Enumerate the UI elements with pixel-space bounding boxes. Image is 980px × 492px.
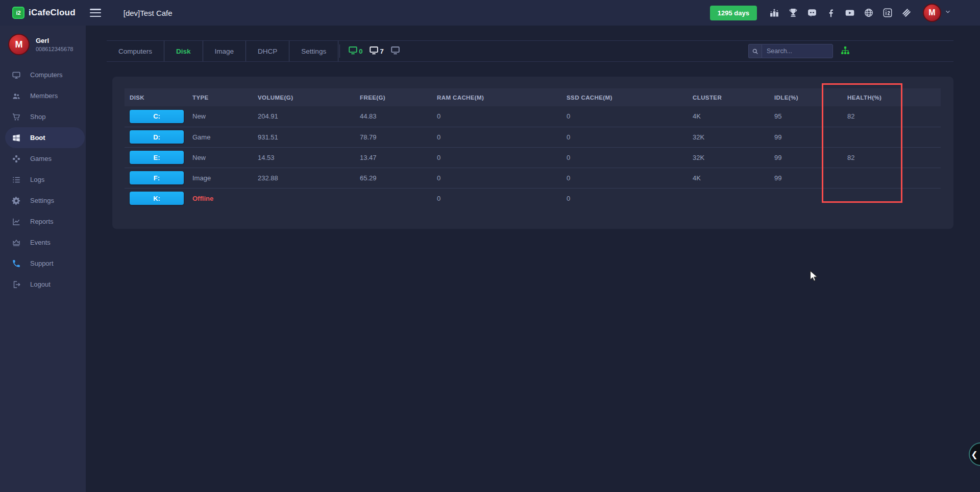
ram-cell: 0 [437, 127, 567, 147]
cart-icon [11, 112, 21, 122]
free-cell: 13.47 [360, 147, 437, 168]
sidebar-item-label: Logout [30, 280, 51, 288]
screen-count-icon [369, 45, 379, 57]
account-menu[interactable]: M [923, 4, 951, 22]
cluster-cell: 4K [693, 168, 774, 188]
icafecloud-icon[interactable] [882, 7, 893, 18]
sidebar-item-games[interactable]: Games [0, 148, 86, 169]
disk-cell: E: [125, 147, 192, 168]
monitor-count: 0 [359, 48, 362, 55]
page-title: [dev]Test Cafe [124, 9, 173, 17]
main-content: ComputersDiskImageDHCPSettings 07 DISKTY… [86, 26, 980, 492]
volume-cell: 931.51 [258, 127, 360, 147]
trophy-icon[interactable] [788, 7, 799, 18]
health-cell: 82 [847, 106, 941, 127]
idle-cell [774, 188, 847, 208]
type-cell: Image [192, 168, 258, 188]
search-input[interactable] [762, 44, 833, 58]
idle-cell: 95 [774, 106, 847, 127]
sidebar-item-boot[interactable]: Boot [5, 127, 85, 148]
subscription-days-badge[interactable]: 1295 days [710, 6, 757, 20]
type-cell: New [192, 106, 258, 127]
sidebar-item-label: Support [30, 260, 54, 267]
type-cell: New [192, 147, 258, 168]
monitor-count: 7 [380, 48, 383, 55]
sidebar-item-computers[interactable]: Computers [0, 64, 86, 85]
sidebar-item-members[interactable]: Members [0, 85, 86, 106]
globe-icon[interactable] [863, 7, 874, 18]
tab-image[interactable]: Image [203, 41, 247, 61]
search-icon[interactable] [748, 44, 762, 58]
monitors-online[interactable]: 0 [348, 45, 362, 57]
disk-button[interactable]: C: [130, 110, 184, 123]
ram-cell: 0 [437, 147, 567, 168]
disk-cell: D: [125, 127, 192, 147]
tab-computers[interactable]: Computers [107, 41, 164, 61]
idle-cell: 99 [774, 168, 847, 188]
tab-settings[interactable]: Settings [289, 41, 338, 61]
volume-cell: 232.88 [258, 168, 360, 188]
sidebar-menu: ComputersMembersShopBootGamesLogsSetting… [0, 64, 86, 295]
sidebar-item-events[interactable]: Events [0, 232, 86, 253]
ram-cell: 0 [437, 188, 567, 208]
logout-icon [11, 279, 21, 290]
volume-cell [258, 188, 360, 208]
sidebar-item-logs[interactable]: Logs [0, 169, 86, 190]
sidebar-item-label: Boot [30, 134, 45, 142]
tab-dhcp[interactable]: DHCP [246, 41, 289, 61]
sidebar-item-label: Events [30, 239, 51, 246]
sidebar-item-support[interactable]: Support [0, 253, 86, 274]
avatar[interactable]: M [923, 4, 941, 22]
table-header-row: DISKTYPEVOLUME(G)FREE(G)RAM CACHE(M)SSD … [125, 88, 941, 106]
table-row: D:Game931.5178.790032K99 [125, 127, 941, 147]
disk-button[interactable]: K: [130, 192, 184, 205]
monitors-all[interactable] [390, 45, 401, 57]
chevron-down-icon[interactable] [944, 8, 951, 17]
free-cell [360, 188, 437, 208]
disk-cell: K: [125, 188, 192, 208]
column-header: DISK [125, 88, 192, 106]
user-phone: 008612345678 [36, 46, 73, 52]
disk-cell: C: [125, 106, 192, 127]
ssd-cell: 0 [567, 106, 693, 127]
list-icon [11, 175, 21, 185]
ranking-icon[interactable] [769, 7, 780, 18]
idle-cell: 99 [774, 127, 847, 147]
gamepad-icon [11, 154, 21, 164]
sidebar-item-reports[interactable]: Reports [0, 211, 86, 232]
hamburger-menu-icon[interactable] [90, 9, 101, 17]
column-header: FREE(G) [360, 88, 437, 106]
discord-icon[interactable] [806, 7, 818, 18]
brands-icon[interactable] [901, 7, 912, 18]
disk-button[interactable]: D: [130, 130, 184, 144]
sidebar-item-label: Reports [30, 218, 54, 225]
table-row: E:New14.5313.470032K9982 [125, 147, 941, 168]
user-block[interactable]: M Gerl 008612345678 [0, 26, 86, 62]
sidebar-item-label: Computers [30, 71, 63, 79]
members-icon [11, 91, 21, 101]
phone-icon [11, 259, 21, 269]
disk-button[interactable]: E: [130, 151, 184, 164]
facebook-icon[interactable] [825, 7, 837, 18]
sidebar: M Gerl 008612345678 ComputersMembersShop… [0, 26, 86, 492]
column-header: TYPE [192, 88, 258, 106]
free-cell: 44.83 [360, 106, 437, 127]
health-cell: 82 [847, 147, 941, 168]
youtube-icon[interactable] [844, 7, 855, 18]
chart-icon [11, 217, 21, 227]
sidebar-item-settings[interactable]: Settings [0, 190, 86, 211]
disk-table: DISKTYPEVOLUME(G)FREE(G)RAM CACHE(M)SSD … [125, 88, 941, 208]
topbar-right: 1295 days M [710, 4, 980, 22]
network-topology-icon[interactable] [840, 45, 851, 57]
monitors-offline[interactable]: 7 [369, 45, 383, 57]
idle-cell: 99 [774, 147, 847, 168]
sidebar-item-logout[interactable]: Logout [0, 274, 86, 295]
brand[interactable]: i2 iCafeCloud [12, 7, 76, 19]
monitor-counters: 07 [339, 44, 401, 58]
tab-disk[interactable]: Disk [164, 41, 203, 61]
table-body: C:New204.9144.83004K9582D:Game931.5178.7… [125, 106, 941, 208]
disk-button[interactable]: F: [130, 171, 184, 184]
sidebar-item-shop[interactable]: Shop [0, 106, 86, 127]
cluster-cell: 32K [693, 147, 774, 168]
free-cell: 78.79 [360, 127, 437, 147]
